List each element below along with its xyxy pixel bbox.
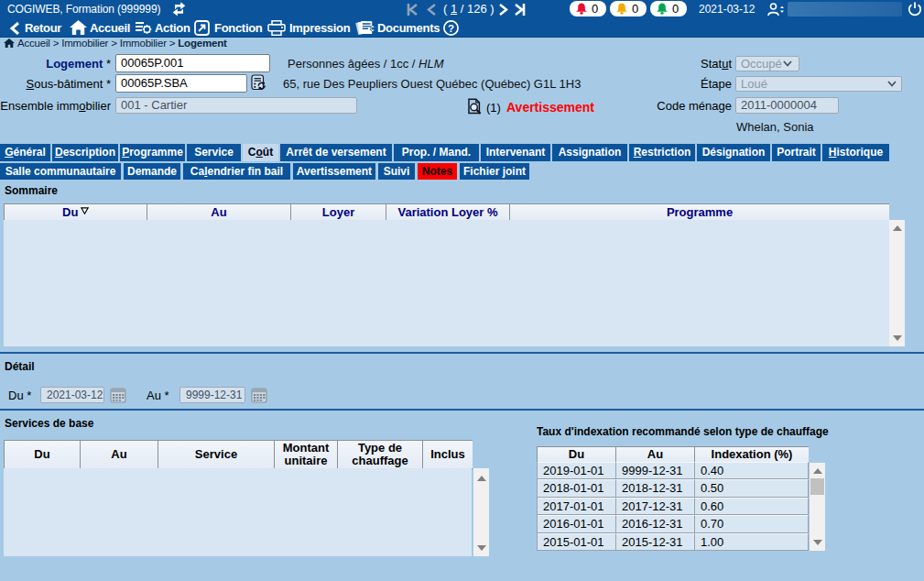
svg-text:?: ?: [448, 23, 454, 34]
